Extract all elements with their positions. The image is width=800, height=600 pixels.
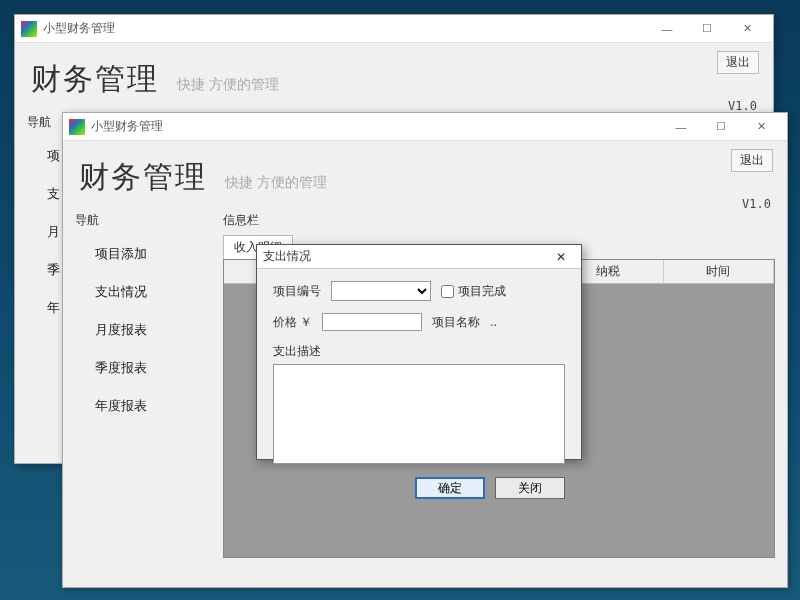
close-button[interactable]: 关闭	[495, 477, 565, 499]
app-title: 财务管理	[79, 157, 207, 198]
exit-button[interactable]: 退出	[717, 51, 759, 74]
titlebar-back: 小型财务管理 — ☐ ✕	[15, 15, 773, 43]
project-no-label: 项目编号	[273, 283, 321, 300]
project-name-label: 项目名称	[432, 314, 480, 331]
dialog-title: 支出情况	[263, 248, 311, 265]
maximize-button[interactable]: ☐	[701, 115, 741, 139]
close-button[interactable]: ✕	[741, 115, 781, 139]
project-done-checkbox[interactable]	[441, 285, 454, 298]
project-no-combo[interactable]	[331, 281, 431, 301]
ok-button[interactable]: 确定	[415, 477, 485, 499]
desc-textarea[interactable]	[273, 364, 565, 464]
expense-dialog: 支出情况 ✕ 项目编号 项目完成 价格 ￥ 项目名称 .. 支出描述 确定 关闭	[256, 244, 582, 460]
window-title: 小型财务管理	[43, 20, 115, 37]
app-icon	[21, 21, 37, 37]
exit-button[interactable]: 退出	[731, 149, 773, 172]
project-done-label: 项目完成	[458, 283, 506, 300]
price-label: 价格 ￥	[273, 314, 312, 331]
project-name-value: ..	[490, 315, 497, 329]
minimize-button[interactable]: —	[647, 17, 687, 41]
desc-label: 支出描述	[273, 343, 565, 360]
minimize-button[interactable]: —	[661, 115, 701, 139]
nav-item-year[interactable]: 年度报表	[95, 387, 205, 425]
app-subtitle: 快捷 方便的管理	[225, 174, 327, 192]
nav-item-expense[interactable]: 支出情况	[95, 273, 205, 311]
nav-item-quarter[interactable]: 季度报表	[95, 349, 205, 387]
nav-item-month[interactable]: 月度报表	[95, 311, 205, 349]
nav-item-add[interactable]: 项目添加	[95, 235, 205, 273]
nav-title: 导航	[75, 212, 205, 229]
app-icon	[69, 119, 85, 135]
app-title: 财务管理	[31, 59, 159, 100]
price-input[interactable]	[322, 313, 422, 331]
maximize-button[interactable]: ☐	[687, 17, 727, 41]
version-label: V1.0	[728, 99, 757, 113]
close-button[interactable]: ✕	[727, 17, 767, 41]
dialog-titlebar: 支出情况 ✕	[257, 245, 581, 269]
window-title: 小型财务管理	[91, 118, 163, 135]
info-title: 信息栏	[223, 212, 775, 229]
dialog-close-icon[interactable]: ✕	[547, 247, 575, 267]
titlebar-front: 小型财务管理 — ☐ ✕	[63, 113, 787, 141]
version-label: V1.0	[742, 197, 771, 211]
col-time: 时间	[664, 260, 774, 283]
app-subtitle: 快捷 方便的管理	[177, 76, 279, 94]
